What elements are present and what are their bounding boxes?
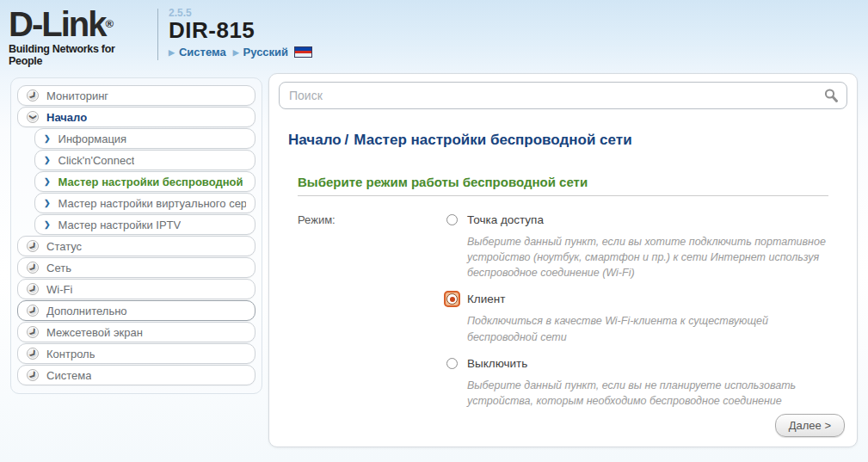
system-menu-link[interactable]: Система bbox=[179, 46, 226, 59]
option-label[interactable]: Точка доступа bbox=[467, 213, 544, 226]
triangle-icon: ▶ bbox=[169, 48, 175, 57]
magnifier-icon[interactable] bbox=[823, 88, 839, 103]
sidebar-item-label: Мониторинг bbox=[46, 89, 108, 102]
option-client: Клиент Подключиться в качестве Wi-Fi-кли… bbox=[444, 291, 828, 344]
wizard-form: Выберите режим работы беспроводной сети … bbox=[298, 175, 828, 419]
section-title: Выберите режим работы беспроводной сети bbox=[298, 175, 828, 196]
search-bar bbox=[279, 82, 847, 109]
chevron-circle-icon: ❯ bbox=[27, 348, 39, 360]
radio-access-point[interactable]: Точка доступа bbox=[444, 212, 828, 228]
language-menu-link[interactable]: Русский bbox=[243, 46, 289, 59]
logo-wordmark: D-Link bbox=[9, 5, 105, 43]
radio-client[interactable]: Клиент bbox=[444, 291, 828, 307]
chevron-right-icon: ❯ bbox=[44, 220, 51, 229]
option-label[interactable]: Выключить bbox=[467, 357, 527, 370]
radio-icon[interactable] bbox=[446, 358, 458, 369]
chevron-circle-icon: ❯ bbox=[27, 326, 39, 338]
next-button[interactable]: Далее > bbox=[775, 414, 845, 437]
triangle-icon: ▶ bbox=[233, 48, 239, 57]
mode-field-row: Режим: Точка доступа Выберите данный пун… bbox=[298, 212, 828, 419]
sidebar-item-label: Click'n'Connect bbox=[58, 154, 135, 167]
header-nav: ▶ Система ▶ Русский bbox=[169, 46, 312, 59]
chevron-right-icon: ❯ bbox=[44, 199, 51, 207]
chevron-right-icon: ❯ bbox=[44, 134, 51, 143]
chevron-circle-icon: ❯ bbox=[27, 369, 39, 381]
sidebar-item-label: Сеть bbox=[46, 262, 71, 274]
radio-disable[interactable]: Выключить bbox=[444, 355, 828, 372]
sidebar-item-label: Начало bbox=[46, 111, 87, 124]
sidebar-item-wireless-wizard[interactable]: ❯ Мастер настройки беспроводной сети bbox=[34, 171, 255, 192]
sidebar-item-label: Контроль bbox=[46, 348, 95, 360]
chevron-right-icon: ❯ bbox=[44, 156, 51, 164]
content-row: ❯ Мониторинг ❯ Начало ❯ Информация ❯ Cli… bbox=[0, 69, 868, 447]
dlink-logo: D-Link® Building Networks for People bbox=[9, 7, 151, 67]
registered-mark: ® bbox=[105, 17, 114, 30]
dlink-logo-text: D-Link® bbox=[9, 7, 151, 41]
chevron-down-circle-icon: ❯ bbox=[27, 111, 39, 123]
sidebar-item-label: Wi-Fi bbox=[46, 283, 72, 296]
model-block: 2.5.5 DIR-815 ▶ Система ▶ Русский bbox=[169, 7, 312, 59]
russian-flag-icon[interactable] bbox=[294, 46, 312, 58]
option-disable: Выключить Выберите данный пункт, если вы… bbox=[444, 355, 828, 409]
chevron-circle-icon: ❯ bbox=[27, 89, 39, 102]
sidebar-item-advanced[interactable]: ❯ Дополнительно bbox=[17, 300, 255, 321]
sidebar-item-label: Статус bbox=[46, 240, 82, 253]
sidebar: ❯ Мониторинг ❯ Начало ❯ Информация ❯ Cli… bbox=[10, 77, 262, 394]
sidebar-item-wifi[interactable]: ❯ Wi-Fi bbox=[17, 279, 255, 299]
breadcrumb-section[interactable]: Начало bbox=[288, 132, 342, 148]
option-access-point: Точка доступа Выберите данный пункт, есл… bbox=[444, 212, 828, 280]
breadcrumb-separator: / bbox=[345, 132, 349, 148]
search-input[interactable] bbox=[279, 82, 847, 109]
model-name: DIR-815 bbox=[169, 19, 312, 41]
chevron-circle-icon: ❯ bbox=[27, 283, 39, 295]
sidebar-item-status[interactable]: ❯ Статус bbox=[17, 236, 255, 256]
logo-tagline: Building Networks for People bbox=[9, 43, 151, 67]
sidebar-item-clicknconnect[interactable]: ❯ Click'n'Connect bbox=[34, 150, 255, 170]
sidebar-item-label: Мастер настройки виртуального сервера bbox=[58, 197, 246, 210]
page-title: Мастер настройки беспроводной сети bbox=[354, 132, 631, 148]
sidebar-item-label: Информация bbox=[58, 132, 127, 145]
sidebar-item-network[interactable]: ❯ Сеть bbox=[17, 257, 255, 278]
sidebar-item-iptv-wizard[interactable]: ❯ Мастер настройки IPTV bbox=[34, 214, 255, 235]
sidebar-item-label: Мастер настройки беспроводной сети bbox=[58, 176, 246, 188]
chevron-circle-icon: ❯ bbox=[27, 305, 39, 317]
option-description: Выберите данный пункт, если вы хотите по… bbox=[467, 234, 828, 280]
sidebar-item-label: Система bbox=[46, 369, 91, 382]
main-panel: Начало/Мастер настройки беспроводной сет… bbox=[268, 73, 858, 447]
header: D-Link® Building Networks for People 2.5… bbox=[0, 0, 868, 69]
chevron-circle-icon: ❯ bbox=[27, 262, 39, 274]
sidebar-item-label: Мастер настройки IPTV bbox=[58, 219, 182, 231]
option-description: Выберите данный пункт, если вы не планир… bbox=[467, 378, 828, 409]
sidebar-item-start[interactable]: ❯ Начало bbox=[17, 107, 255, 127]
breadcrumb: Начало/Мастер настройки беспроводной сет… bbox=[288, 132, 847, 149]
chevron-circle-icon: ❯ bbox=[27, 240, 39, 252]
header-divider bbox=[157, 9, 158, 60]
sidebar-item-control[interactable]: ❯ Контроль bbox=[17, 343, 255, 364]
radio-selected-icon[interactable] bbox=[446, 293, 458, 305]
option-label[interactable]: Клиент bbox=[467, 293, 505, 305]
chevron-right-icon: ❯ bbox=[44, 177, 51, 186]
sidebar-item-monitoring[interactable]: ❯ Мониторинг bbox=[17, 85, 255, 106]
sidebar-item-label: Межсетевой экран bbox=[46, 326, 143, 339]
option-description: Подключиться в качестве Wi-Fi-клиента к … bbox=[467, 313, 828, 344]
sidebar-item-information[interactable]: ❯ Информация bbox=[34, 128, 255, 149]
radio-icon[interactable] bbox=[446, 214, 458, 225]
mode-field-label: Режим: bbox=[298, 212, 444, 419]
sidebar-item-virtual-server-wizard[interactable]: ❯ Мастер настройки виртуального сервера bbox=[34, 193, 255, 213]
sidebar-item-label: Дополнительно bbox=[46, 305, 127, 317]
mode-options: Точка доступа Выберите данный пункт, есл… bbox=[444, 212, 828, 419]
sidebar-item-system[interactable]: ❯ Система bbox=[17, 365, 255, 385]
sidebar-item-firewall[interactable]: ❯ Межсетевой экран bbox=[17, 322, 255, 342]
